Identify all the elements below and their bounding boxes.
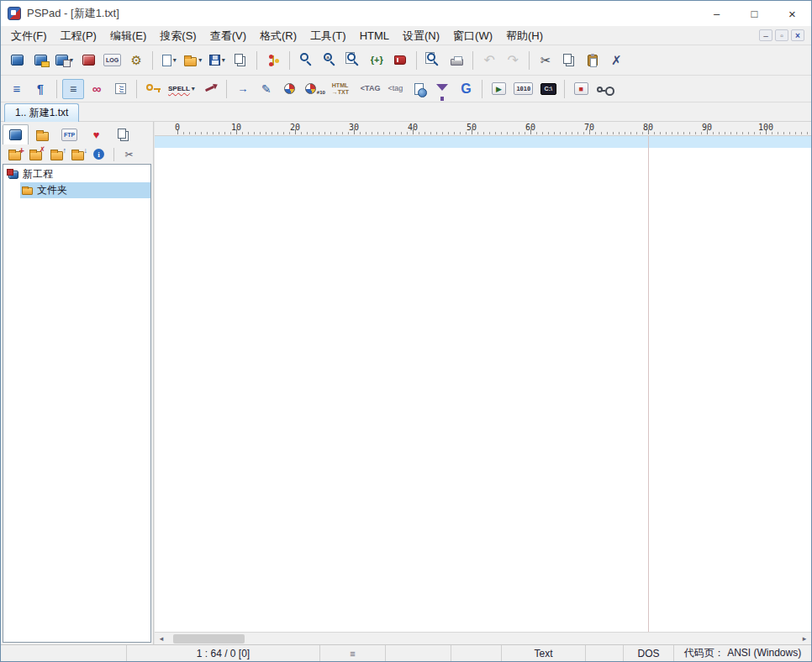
log-window-button[interactable]: LOG [101,50,124,71]
search-button[interactable] [295,50,317,71]
dropdown-arrow-icon[interactable]: ▾ [222,56,225,64]
mdi-minimize-button[interactable]: – [759,29,772,41]
panel-tab-ftp[interactable]: FTP [56,124,82,144]
read-only-button[interactable] [142,79,164,99]
open-file-button[interactable]: ▾ [182,50,204,71]
goto-line-button[interactable] [109,79,131,99]
filter-button[interactable] [431,79,453,99]
close-button[interactable]: × [773,1,811,26]
print-preview-button[interactable] [422,50,444,71]
print-button[interactable] [446,50,467,71]
text-editor[interactable] [155,136,811,632]
uppercase-tags-button[interactable]: <TAG [358,79,383,99]
project-expand-button[interactable] [47,146,66,163]
stay-on-top-button[interactable] [199,79,221,99]
mdi-restore-button[interactable]: ▫ [775,29,788,41]
copy-button[interactable] [558,50,580,71]
bookmarks-button[interactable] [389,50,411,71]
html-to-text-button[interactable]: HTML →TXT [330,79,356,99]
printer-icon [451,59,463,66]
lowercase-tags-button[interactable]: <tag [384,79,406,99]
project-tools-button[interactable]: ✂ [119,146,139,163]
open-project-button[interactable] [29,50,51,71]
menu-view[interactable]: 查看(V) [203,26,253,45]
panel-tab-files[interactable] [29,124,55,144]
run-script-button[interactable]: ▶ [488,79,509,99]
tree-item[interactable]: 文件夹 [3,182,150,198]
dropdown-arrow-icon[interactable]: ▾ [173,56,177,64]
sidebar-toolbar: ✂ [1,144,153,164]
google-search-button[interactable]: G [455,79,477,99]
line-numbers-button[interactable]: ≡ [62,79,84,99]
reformat-button[interactable]: ≡ [6,79,28,99]
scroll-left-button[interactable]: ◂ [155,633,168,644]
save-project-button[interactable]: ▾ [53,50,76,71]
text-edit-button[interactable]: ✎ [256,79,277,99]
char-table-button[interactable] [279,79,301,99]
status-edit-mode[interactable]: ≡ [320,645,386,661]
cut-button[interactable]: ✂ [535,50,556,71]
tab-document-label: 1.. 新建1.txt [15,106,68,120]
horizontal-scrollbar[interactable]: ◂ ▸ [155,632,811,644]
project-collapse-button[interactable] [68,146,87,163]
menu-search[interactable]: 搜索(S) [153,26,203,45]
copy-icon [563,54,572,64]
new-project-button[interactable] [6,50,28,71]
paste-button[interactable] [582,50,604,71]
project-info-button[interactable] [89,146,108,163]
menu-file[interactable]: 文件(F) [4,26,54,45]
syntax-highlight-button[interactable]: ∞ [86,79,108,99]
glasses-view-button[interactable] [593,79,615,99]
scrollbar-track[interactable] [168,633,798,644]
tree-item[interactable]: 新工程 [3,166,150,182]
command-line-button[interactable]: C:\ [537,79,559,99]
code-explorer-button[interactable] [262,50,284,71]
new-file-button[interactable]: ▾ [158,50,180,71]
indent-block-button[interactable]: → [232,79,254,99]
project-remove-button[interactable] [26,146,45,163]
matching-brace-button[interactable]: {+} [366,50,388,71]
redo-button[interactable]: ↷ [502,50,524,71]
menu-help[interactable]: 帮助(H) [499,26,550,45]
undo-button[interactable]: ↶ [478,50,500,71]
record-macro-button[interactable]: ■ [570,79,592,99]
log-icon: LOG [103,54,121,66]
search-in-files-button[interactable] [342,50,364,71]
dropdown-arrow-icon[interactable]: ▾ [198,56,202,64]
panel-tab-project[interactable] [3,124,29,144]
spell-check-button[interactable]: SPELL▾ [166,79,198,99]
browser-preview-button[interactable] [408,79,430,99]
scrollbar-thumb[interactable] [173,634,245,644]
menu-settings[interactable]: 设置(N) [396,26,446,45]
project-add-button[interactable] [5,146,24,163]
status-codepage[interactable]: 代码页： ANSI (Windows) [674,645,811,661]
ruler-mark: 10 [231,123,241,132]
minimize-button[interactable]: – [698,1,736,26]
ascii-table-button[interactable]: #10 [303,79,328,99]
dropdown-arrow-icon[interactable]: ▾ [192,85,195,92]
project-files-button[interactable] [77,50,99,71]
replace-button[interactable] [319,50,340,71]
maximize-button[interactable]: □ [736,1,773,26]
project-settings-button[interactable]: ⚙ [125,50,147,71]
panel-tab-windows[interactable] [110,124,136,144]
scroll-right-button[interactable]: ▸ [798,633,811,644]
delete-button[interactable]: ✗ [605,50,627,71]
mdi-close-button[interactable]: × [791,29,804,41]
menu-tools[interactable]: 工具(T) [303,26,353,45]
menu-edit[interactable]: 编辑(E) [103,26,153,45]
menu-html[interactable]: HTML [353,26,396,45]
menu-project[interactable]: 工程(P) [54,26,103,45]
status-syntax[interactable]: Text [502,645,586,661]
project-tree[interactable]: 新工程文件夹 [3,164,151,643]
tab-document[interactable]: 1.. 新建1.txt [4,103,79,122]
save-all-button[interactable] [229,50,251,71]
menu-format[interactable]: 格式(R) [253,26,303,45]
save-file-button[interactable]: ▾ [206,50,228,71]
show-formatting-button[interactable]: ¶ [29,79,51,99]
hex-view-button[interactable]: 1010 [511,79,535,99]
status-caret-position[interactable]: 1 : 64 / 0 [0] [127,645,320,661]
panel-tab-favorites[interactable]: ♥ [83,124,109,144]
status-line-ending[interactable]: DOS [624,645,674,661]
menu-window[interactable]: 窗口(W) [446,26,499,45]
